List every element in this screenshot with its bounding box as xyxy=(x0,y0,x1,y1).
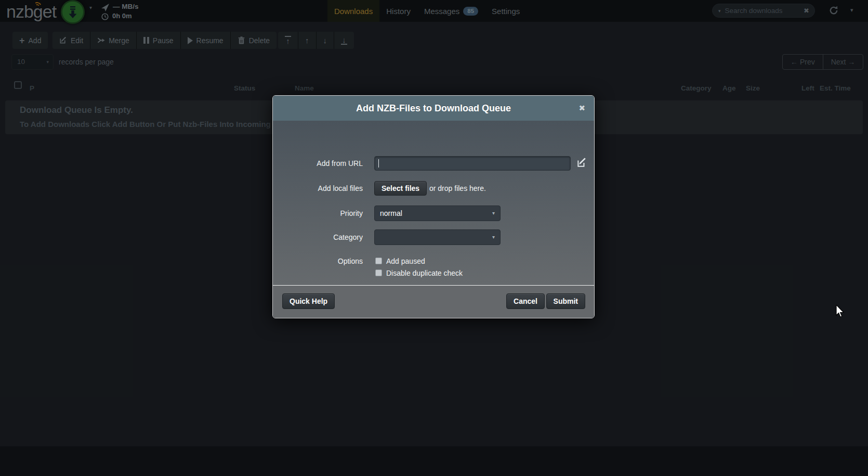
add-nzb-modal: Add NZB-Files to Download Queue ✖ Add fr… xyxy=(272,95,595,318)
disable-dupe-check-checkbox[interactable] xyxy=(375,269,382,276)
mouse-cursor xyxy=(836,305,845,318)
close-icon[interactable]: ✖ xyxy=(578,96,585,121)
options-label: Options xyxy=(273,257,363,265)
select-files-button[interactable]: Select files xyxy=(374,181,427,196)
modal-title: Add NZB-Files to Download Queue xyxy=(273,96,594,121)
modal-body: Add from URL Add local files Select file… xyxy=(273,121,594,285)
url-label: Add from URL xyxy=(273,159,363,168)
drop-files-hint: or drop files here. xyxy=(429,184,486,192)
quick-help-button[interactable]: Quick Help xyxy=(282,293,335,309)
edit-square-icon xyxy=(576,158,587,168)
submit-button[interactable]: Submit xyxy=(546,293,585,309)
cancel-button[interactable]: Cancel xyxy=(506,293,545,309)
app-root: nzbget ▾ — MB/s 0h 0m xyxy=(0,0,868,476)
category-select[interactable]: ▾ xyxy=(374,229,501,245)
paste-edit-button[interactable] xyxy=(576,158,587,168)
disable-dupe-check-label[interactable]: Disable duplicate check xyxy=(386,269,463,277)
text-cursor xyxy=(378,159,379,168)
add-paused-label[interactable]: Add paused xyxy=(386,257,425,265)
modal-footer: Quick Help Cancel Submit xyxy=(273,285,594,318)
local-files-label: Add local files xyxy=(273,184,363,192)
priority-label: Priority xyxy=(273,209,363,217)
category-caret-icon: ▾ xyxy=(492,230,495,245)
add-paused-checkbox[interactable] xyxy=(375,258,382,264)
priority-caret-icon: ▾ xyxy=(492,206,495,221)
modal-header: Add NZB-Files to Download Queue ✖ xyxy=(273,96,594,121)
priority-select[interactable]: normal ▾ xyxy=(374,205,501,221)
nzb-url-input[interactable] xyxy=(374,156,571,171)
category-label: Category xyxy=(273,233,363,241)
